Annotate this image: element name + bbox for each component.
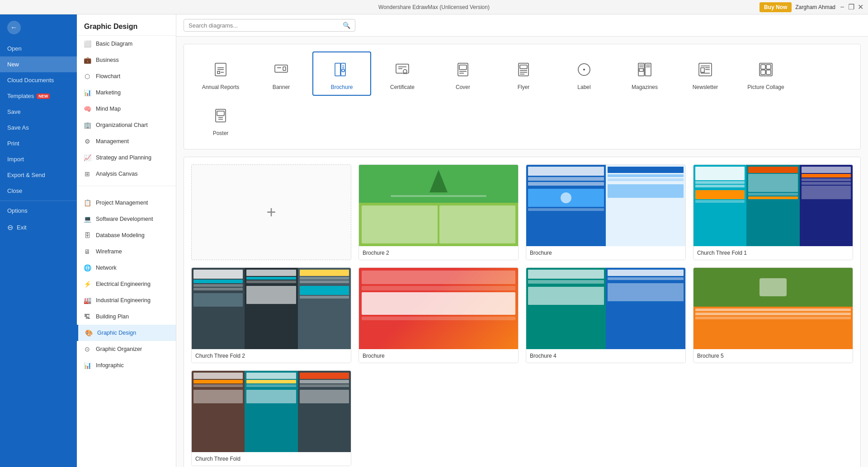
category-basic[interactable]: ⬜ Basic Diagram — [77, 36, 176, 52]
template-card-church2[interactable]: Church Three Fold 2 — [191, 267, 351, 363]
svg-rect-46 — [761, 70, 765, 75]
sidebar-item-import[interactable]: Import — [0, 151, 77, 167]
picture-collage-icon — [755, 59, 777, 80]
network-icon: 🌐 — [83, 264, 91, 272]
templates-label: Templates — [7, 93, 34, 99]
category-wireframe[interactable]: 🖥 Wireframe — [77, 243, 176, 260]
icon-cat-certificate[interactable]: Certificate — [373, 51, 432, 96]
search-input[interactable] — [189, 22, 343, 29]
category-analysis[interactable]: ⊞ Analysis Canvas — [77, 166, 176, 182]
category-business[interactable]: 💼 Business — [77, 52, 176, 68]
icon-cat-poster[interactable]: Poster — [191, 98, 250, 142]
category-mindmap[interactable]: 🧠 Mind Map — [77, 101, 176, 117]
banner-icon — [270, 59, 292, 80]
category-software[interactable]: 💻 Software Development — [77, 211, 176, 227]
category-database[interactable]: 🗄 Database Modeling — [77, 227, 176, 243]
organizer-icon: ⊙ — [83, 345, 91, 353]
orgchart-icon: 🏢 — [83, 121, 91, 129]
back-button[interactable]: ← — [7, 21, 21, 34]
icon-cat-magazines[interactable]: Magazines — [615, 51, 674, 96]
category-orgchart[interactable]: 🏢 Organizational Chart — [77, 117, 176, 133]
template-name-brochure3: Brochure — [359, 349, 518, 363]
project-icon: 📋 — [83, 199, 91, 207]
category-flowchart[interactable]: ⬡ Flowchart — [77, 68, 176, 84]
saveas-label: Save As — [7, 124, 29, 131]
category-strategy[interactable]: 📈 Strategy and Planning — [77, 149, 176, 166]
template-card-brochure[interactable]: Brochure — [526, 164, 686, 260]
building-icon: 🏗 — [83, 313, 91, 321]
template-card-new[interactable]: + — [191, 164, 351, 260]
icon-cat-brochure[interactable]: Brochure — [312, 51, 371, 96]
sidebar-item-options[interactable]: Options — [0, 203, 77, 219]
category-building[interactable]: 🏗 Building Plan — [77, 308, 176, 325]
icon-cat-label[interactable]: Label — [555, 51, 613, 96]
magazines-label: Magazines — [632, 84, 658, 90]
sidebar-item-saveas[interactable]: Save As — [0, 120, 77, 135]
icon-categories: Annual Reports Banner Brochure — [184, 44, 861, 149]
template-card-church1[interactable]: Church Three Fold 1 — [693, 164, 853, 260]
basic-icon: ⬜ — [83, 40, 91, 48]
sidebar-item-exit[interactable]: ⊖ Exit — [0, 219, 77, 236]
icon-cat-banner[interactable]: Banner — [252, 51, 311, 96]
poster-label: Poster — [213, 130, 229, 136]
template-card-brochure5[interactable]: Brochure 5 — [693, 267, 853, 363]
management-icon: ⚙ — [83, 137, 91, 145]
search-icon[interactable]: 🔍 — [343, 22, 350, 29]
close-button[interactable]: ✕ — [857, 4, 863, 10]
templates-grid: + — [191, 164, 853, 466]
sidebar-item-new[interactable]: New — [0, 56, 77, 72]
template-name-church1: Church Three Fold 1 — [693, 246, 853, 260]
software-icon: 💻 — [83, 215, 91, 223]
template-card-brochure4[interactable]: Brochure 4 — [526, 267, 686, 363]
template-thumb-brochure4 — [526, 268, 685, 349]
svg-rect-44 — [761, 65, 765, 69]
icon-cat-annual[interactable]: Annual Reports — [191, 51, 250, 96]
new-label: New — [7, 61, 19, 68]
restore-button[interactable]: ❐ — [848, 4, 854, 10]
svg-point-29 — [583, 69, 585, 70]
category-infographic[interactable]: 📊 Infographic — [77, 357, 176, 374]
mindmap-icon: 🧠 — [83, 105, 91, 113]
export-label: Export & Send — [7, 172, 45, 178]
search-input-wrap[interactable]: 🔍 — [184, 19, 355, 32]
category-graphic[interactable]: 🎨 Graphic Design — [77, 325, 176, 341]
icon-cat-picture[interactable]: Picture Collage — [736, 51, 795, 96]
svg-rect-34 — [639, 69, 643, 71]
sidebar-item-open[interactable]: Open — [0, 41, 77, 56]
category-network[interactable]: 🌐 Network — [77, 260, 176, 276]
annual-reports-icon — [210, 59, 231, 80]
icon-cat-newsletter[interactable]: Newsletter — [676, 51, 735, 96]
minimize-button[interactable]: − — [839, 4, 845, 10]
sidebar-item-cloud[interactable]: Cloud Documents — [0, 72, 77, 88]
sidebar-item-save[interactable]: Save — [0, 104, 77, 120]
templates-section: + — [184, 157, 861, 467]
category-industrial[interactable]: 🏭 Industrial Engineering — [77, 292, 176, 308]
analysis-icon: ⊞ — [83, 170, 91, 178]
sidebar-item-close[interactable]: Close — [0, 183, 77, 199]
window-controls: − ❐ ✕ — [839, 4, 863, 10]
marketing-icon: 📊 — [83, 89, 91, 97]
category-project[interactable]: 📋 Project Management — [77, 195, 176, 211]
icon-cat-cover[interactable]: Cover — [434, 51, 492, 96]
template-card-brochure3[interactable]: Brochure — [359, 267, 519, 363]
magazines-icon — [634, 59, 656, 80]
template-name-church3: Church Three Fold — [192, 452, 351, 466]
icon-cat-flyer[interactable]: Flyer — [494, 51, 553, 96]
template-name-church2: Church Three Fold 2 — [192, 349, 351, 363]
category-organizer[interactable]: ⊙ Graphic Organizer — [77, 341, 176, 357]
template-card-church3[interactable]: Church Three Fold — [191, 370, 351, 466]
brochure-label: Brochure — [331, 84, 353, 90]
template-thumb-brochure5 — [693, 268, 853, 349]
sidebar-item-print[interactable]: Print — [0, 135, 77, 151]
buy-now-button[interactable]: Buy Now — [760, 2, 792, 12]
wireframe-icon: 🖥 — [83, 248, 91, 256]
sidebar-item-templates[interactable]: Templates NEW — [0, 88, 77, 104]
category-marketing[interactable]: 📊 Marketing — [77, 84, 176, 101]
category-management[interactable]: ⚙ Management — [77, 133, 176, 149]
category-electrical[interactable]: ⚡ Electrical Engineering — [77, 276, 176, 292]
template-card-brochure2[interactable]: Brochure 2 — [359, 164, 519, 260]
options-label: Options — [7, 207, 28, 214]
template-name-brochure4: Brochure 4 — [526, 349, 685, 363]
flowchart-icon: ⬡ — [83, 72, 91, 80]
sidebar-item-export[interactable]: Export & Send — [0, 167, 77, 183]
